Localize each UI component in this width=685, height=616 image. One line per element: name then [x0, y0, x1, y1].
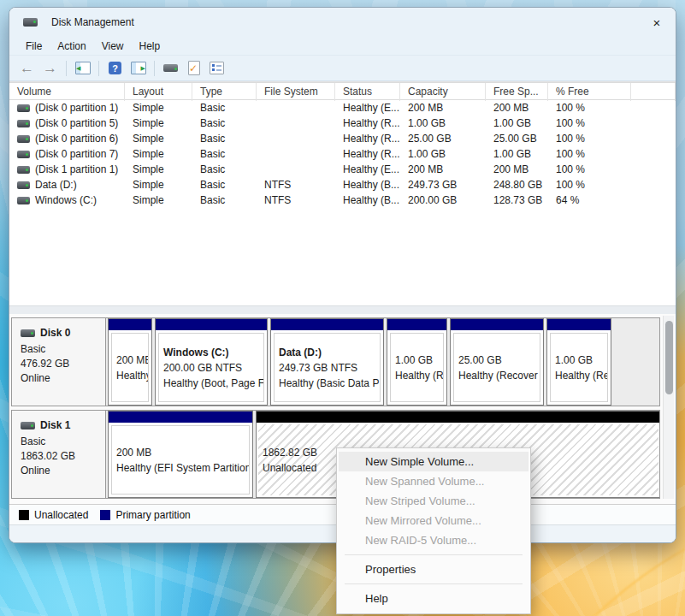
help-icon[interactable] [104, 59, 126, 78]
table-row[interactable]: (Disk 0 partition 6)SimpleBasicHealthy (… [9, 131, 676, 146]
menu-bar: FileActionViewHelp [9, 37, 676, 56]
column-header-file-system[interactable]: File System [257, 83, 335, 101]
partition-size: 25.00 GB [458, 352, 535, 368]
menu-help[interactable]: Help [132, 38, 168, 54]
volume-name: Windows (C:) [35, 194, 97, 206]
table-row[interactable]: (Disk 1 partition 1)SimpleBasicHealthy (… [9, 162, 676, 177]
column-header-status[interactable]: Status [335, 83, 400, 101]
disk-size: 1863.02 GB [21, 449, 100, 464]
disk-drive-icon[interactable] [160, 59, 181, 78]
disk-state: Online [21, 464, 100, 478]
volume-icon [17, 135, 30, 143]
column-header-volume[interactable]: Volume [9, 83, 125, 101]
scrollbar-thumb[interactable] [665, 321, 673, 394]
app-disk-icon [23, 18, 38, 27]
menu-item-new-striped-volume: New Striped Volume... [339, 491, 529, 511]
partition-size: 200.00 GB NTFS [163, 360, 259, 376]
menu-item-properties[interactable]: Properties [339, 560, 529, 579]
cell-volume: Data (D:) [9, 179, 125, 191]
partition-info: 1.00 GBHealthy (R [390, 333, 444, 402]
disk-row-0: Disk 0Basic476.92 GBOnline200 MBHealthyW… [11, 317, 660, 406]
partition-size: 200 MB [116, 445, 245, 460]
cell-layout: Simple [125, 194, 192, 206]
disk-partitions-0: 200 MBHealthyWindows (C:)200.00 GB NTFSH… [106, 318, 659, 406]
cell-type: Basic [192, 148, 257, 160]
partition-color-bar [156, 319, 267, 330]
menu-view[interactable]: View [94, 38, 132, 54]
properties-list-icon[interactable] [206, 59, 227, 78]
column-header-layout[interactable]: Layout [125, 83, 192, 101]
cell-capacity: 1.00 GB [400, 148, 486, 160]
legend-label: Primary partition [115, 509, 190, 521]
cell-free: 128.73 GB [486, 194, 548, 206]
partition-info: Data (D:)249.73 GB NTFSHealthy (Basic Da… [274, 333, 381, 402]
title-bar: Disk Management × [9, 8, 676, 37]
maximize-button[interactable] [600, 9, 638, 37]
menu-item-new-mirrored-volume: New Mirrored Volume... [339, 511, 529, 530]
menu-item-new-spanned-volume: New Spanned Volume... [339, 471, 529, 491]
cell-fs: NTFS [257, 194, 335, 206]
table-row[interactable]: (Disk 0 partition 5)SimpleBasicHealthy (… [9, 116, 676, 131]
pane-splitter[interactable] [9, 305, 676, 314]
partition-block[interactable]: Data (D:)249.73 GB NTFSHealthy (Basic Da… [270, 318, 384, 406]
table-row[interactable]: Windows (C:)SimpleBasicNTFSHealthy (B...… [9, 192, 676, 208]
menu-action[interactable]: Action [50, 38, 93, 54]
menu-item-help[interactable]: Help [339, 589, 529, 608]
cell-type: Basic [192, 194, 257, 206]
column-header-filler [631, 83, 676, 101]
volume-list-pane: VolumeLayoutTypeFile SystemStatusCapacit… [9, 81, 676, 305]
cell-free: 248.80 GB [486, 179, 548, 191]
volume-name: (Disk 0 partition 5) [35, 117, 118, 129]
cell-pct: 100 % [548, 163, 631, 175]
disk-name: Disk 1 [21, 418, 100, 433]
forward-icon[interactable] [39, 59, 61, 78]
partition-block[interactable]: 1.00 GBHealthy (R [387, 318, 447, 406]
partition-info: 25.00 GBHealthy (Recover [453, 333, 540, 402]
partition-block[interactable]: 200 MBHealthy [108, 318, 152, 406]
disk-icon [21, 329, 35, 337]
partition-block[interactable]: Windows (C:)200.00 GB NTFSHealthy (Boot,… [155, 318, 268, 406]
minimize-button[interactable] [563, 9, 600, 37]
cell-pct: 100 % [548, 102, 631, 114]
volume-name: (Disk 0 partition 6) [35, 133, 118, 145]
column-header--free[interactable]: % Free [548, 83, 631, 101]
menu-item-new-raid-5-volume: New RAID-5 Volume... [339, 530, 529, 550]
cell-free: 200 MB [486, 163, 548, 175]
partition-status: Healthy (Boot, Page F [163, 376, 259, 391]
legend-swatch [100, 510, 110, 520]
show-action-pane-icon[interactable] [127, 59, 149, 78]
close-button[interactable]: × [638, 9, 676, 37]
volume-icon [17, 197, 30, 204]
toolbar-separator [154, 61, 155, 76]
disk-label-1[interactable]: Disk 1Basic1863.02 GBOnline [12, 411, 106, 498]
partition-block[interactable]: 200 MBHealthy (EFI System Partition [108, 411, 253, 498]
disk-name-text: Disk 0 [40, 326, 70, 341]
disk-label-0[interactable]: Disk 0Basic476.92 GBOnline [12, 318, 106, 406]
cell-layout: Simple [125, 148, 192, 160]
column-header-type[interactable]: Type [192, 83, 257, 101]
partition-color-bar [109, 319, 151, 330]
menu-file[interactable]: File [18, 38, 50, 54]
table-row[interactable]: Data (D:)SimpleBasicNTFSHealthy (B...249… [9, 177, 676, 192]
back-icon[interactable] [16, 59, 38, 78]
table-row[interactable]: (Disk 0 partition 7)SimpleBasicHealthy (… [9, 146, 676, 162]
cell-pct: 100 % [548, 117, 631, 129]
partition-title: Windows (C:) [163, 345, 259, 360]
menu-item-new-simple-volume[interactable]: New Simple Volume... [339, 452, 529, 471]
column-header-capacity[interactable]: Capacity [400, 83, 486, 101]
partition-block[interactable]: 1.00 GBHealthy (Re [546, 318, 611, 406]
cell-layout: Simple [125, 133, 192, 145]
table-row[interactable]: (Disk 0 partition 1)SimpleBasicHealthy (… [9, 100, 676, 116]
column-header-free-sp-[interactable]: Free Sp... [486, 83, 548, 101]
check-document-icon[interactable] [183, 59, 204, 78]
partition-title: Data (D:) [279, 345, 375, 360]
partition-size: 1.00 GB [555, 352, 603, 368]
vertical-scrollbar[interactable] [663, 316, 674, 499]
partition-status: Healthy (R [395, 368, 439, 383]
cell-free: 1.00 GB [486, 148, 548, 160]
cell-volume: Windows (C:) [9, 194, 125, 206]
partition-status: Healthy (EFI System Partition [116, 460, 245, 476]
partition-block[interactable]: 25.00 GBHealthy (Recover [450, 318, 544, 406]
disk-size: 476.92 GB [21, 357, 100, 371]
show-console-tree-icon[interactable] [72, 59, 93, 78]
